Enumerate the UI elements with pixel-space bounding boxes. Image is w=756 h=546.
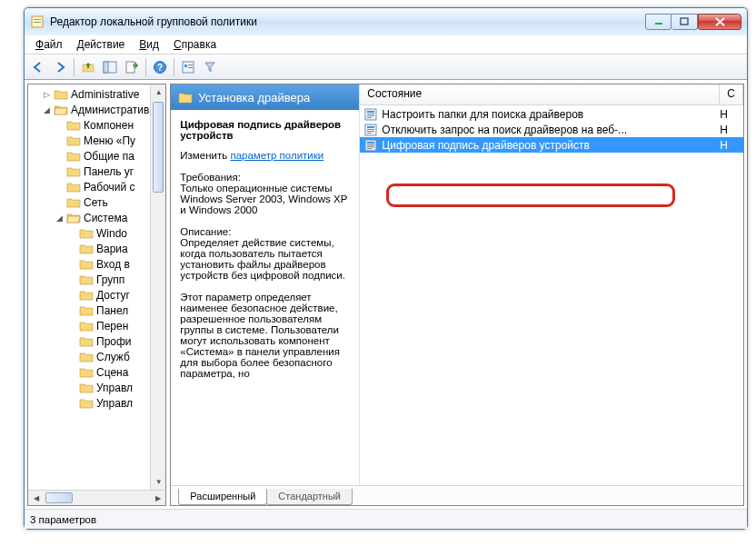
list-rows[interactable]: Настроить папки для поиска драйверовН От… bbox=[360, 105, 743, 154]
menu-action[interactable]: Действие bbox=[70, 36, 133, 53]
svg-rect-22 bbox=[367, 129, 374, 130]
collapse-icon[interactable]: ◢ bbox=[41, 104, 52, 115]
svg-rect-1 bbox=[34, 19, 41, 20]
expand-placeholder bbox=[66, 243, 77, 254]
description-pane: Установка драйвера Цифровая подпись драй… bbox=[171, 84, 360, 485]
tree-hscrollbar[interactable]: ◀ ▶ bbox=[28, 490, 165, 505]
svg-rect-24 bbox=[367, 133, 372, 134]
tree-item[interactable]: Панел bbox=[28, 303, 165, 318]
tree-item[interactable]: Вариа bbox=[28, 241, 165, 256]
expand-placeholder bbox=[66, 274, 77, 285]
folder-icon bbox=[79, 243, 94, 254]
description-label: Описание: bbox=[180, 226, 350, 237]
folder-icon bbox=[66, 181, 81, 193]
tree-item[interactable]: Управл bbox=[28, 395, 165, 411]
list-row[interactable]: Цифровая подпись драйверов устройствН bbox=[360, 137, 743, 153]
tree-item-label: Меню «Пу bbox=[84, 134, 135, 148]
tree-item[interactable]: Управл bbox=[28, 380, 165, 395]
up-folder-button[interactable] bbox=[78, 57, 98, 77]
minimize-button[interactable] bbox=[645, 14, 671, 30]
tree-item[interactable]: Вход в bbox=[28, 256, 165, 272]
close-button[interactable] bbox=[698, 14, 741, 30]
folder-icon bbox=[79, 397, 94, 409]
folder-icon bbox=[66, 212, 81, 223]
list-row[interactable]: Настроить папки для поиска драйверовН bbox=[360, 106, 743, 122]
tabs: Расширенный Стандартный bbox=[171, 485, 743, 505]
expand-placeholder bbox=[66, 321, 77, 332]
tree-item[interactable]: Сеть bbox=[28, 194, 165, 210]
status-text: 3 параметров bbox=[30, 514, 96, 525]
expand-placeholder bbox=[66, 228, 77, 239]
tree-item-label: Административ bbox=[71, 103, 149, 117]
folder-icon bbox=[79, 227, 94, 239]
tree-item[interactable]: ◢ Административ bbox=[28, 102, 165, 117]
tree-item[interactable]: Групп bbox=[28, 272, 165, 287]
tab-standard[interactable]: Стандартный bbox=[266, 489, 353, 505]
setting-icon bbox=[363, 123, 378, 137]
list-header[interactable]: Состояние С bbox=[360, 84, 743, 105]
folder-icon bbox=[79, 366, 94, 378]
tree-item[interactable]: Меню «Пу bbox=[28, 133, 165, 148]
titlebar[interactable]: Редактор локальной групповой политики bbox=[25, 8, 747, 35]
svg-rect-7 bbox=[104, 62, 108, 73]
svg-rect-2 bbox=[34, 22, 41, 23]
tree-item-label: Administrative bbox=[71, 87, 139, 102]
folder-icon bbox=[66, 196, 81, 208]
tree-vscrollbar[interactable]: ▲ ▼ bbox=[150, 84, 165, 490]
menu-help[interactable]: Справка bbox=[166, 36, 224, 53]
svg-rect-17 bbox=[367, 114, 374, 114]
help-button[interactable]: ? bbox=[150, 57, 170, 77]
tree-item[interactable]: ▷ Administrative bbox=[28, 86, 165, 102]
folder-icon bbox=[79, 304, 94, 316]
filter-button[interactable] bbox=[200, 57, 220, 77]
tree-item[interactable]: Служб bbox=[28, 349, 165, 364]
tree-item[interactable]: Профи bbox=[28, 333, 165, 349]
tab-extended[interactable]: Расширенный bbox=[178, 489, 267, 505]
tree-item[interactable]: Панель уг bbox=[28, 164, 165, 179]
expand-icon[interactable]: ▷ bbox=[41, 89, 52, 100]
tree-item-label: Перен bbox=[96, 319, 128, 333]
expand-placeholder bbox=[66, 259, 77, 270]
maximize-button[interactable] bbox=[671, 14, 698, 30]
menu-view[interactable]: Вид bbox=[132, 36, 166, 53]
folder-icon bbox=[79, 289, 94, 301]
requirements-text: Только операционные системы Windows Serv… bbox=[180, 183, 350, 215]
show-tree-button[interactable] bbox=[100, 57, 120, 77]
tree-item[interactable]: Рабочий с bbox=[28, 179, 165, 194]
selected-policy-title: Цифровая подпись драйверов устройств bbox=[180, 119, 350, 141]
edit-policy-link[interactable]: параметр политики bbox=[230, 150, 323, 161]
back-button[interactable] bbox=[28, 57, 48, 77]
tree-item-label: Windo bbox=[96, 226, 127, 241]
tree-item[interactable]: Компонен bbox=[28, 117, 165, 133]
tree-item[interactable]: ◢ Система bbox=[28, 210, 165, 225]
forward-button[interactable] bbox=[50, 57, 70, 77]
tree-item[interactable]: Общие па bbox=[28, 148, 165, 164]
toolbar-separator bbox=[174, 58, 174, 76]
tree-item-label: Профи bbox=[96, 334, 132, 349]
menu-file[interactable]: Файл bbox=[28, 36, 70, 53]
tree-list[interactable]: ▷ Administrative◢ Административ Компонен… bbox=[28, 84, 165, 412]
setting-label: Настроить папки для поиска драйверов bbox=[382, 108, 712, 121]
properties-button[interactable] bbox=[178, 57, 198, 77]
tree-item-label: Управл bbox=[96, 396, 133, 411]
folder-icon bbox=[79, 335, 94, 347]
edit-policy-line: Изменить параметр политики bbox=[180, 150, 350, 161]
setting-label: Отключить запрос на поиск драйверов на в… bbox=[382, 124, 712, 136]
list-row[interactable]: Отключить запрос на поиск драйверов на в… bbox=[360, 122, 743, 137]
tree-item[interactable]: Перен bbox=[28, 318, 165, 333]
collapse-icon[interactable]: ◢ bbox=[54, 213, 65, 223]
tree-item[interactable]: Достуг bbox=[28, 287, 165, 303]
tree-item-label: Панел bbox=[96, 303, 128, 318]
tree-item-label: Общие па bbox=[84, 149, 134, 164]
column-header-state-short[interactable]: С bbox=[720, 84, 743, 104]
tree-item[interactable]: Сцена bbox=[28, 364, 165, 380]
folder-icon bbox=[79, 273, 94, 285]
tree-item[interactable]: Windo bbox=[28, 225, 165, 241]
export-list-button[interactable] bbox=[122, 57, 142, 77]
folder-icon bbox=[178, 92, 193, 104]
column-header-state[interactable]: Состояние bbox=[360, 84, 720, 104]
folder-icon bbox=[79, 382, 94, 393]
folder-icon bbox=[66, 165, 81, 177]
window-title: Редактор локальной групповой политики bbox=[50, 15, 645, 28]
tree-item-label: Групп bbox=[96, 273, 124, 287]
